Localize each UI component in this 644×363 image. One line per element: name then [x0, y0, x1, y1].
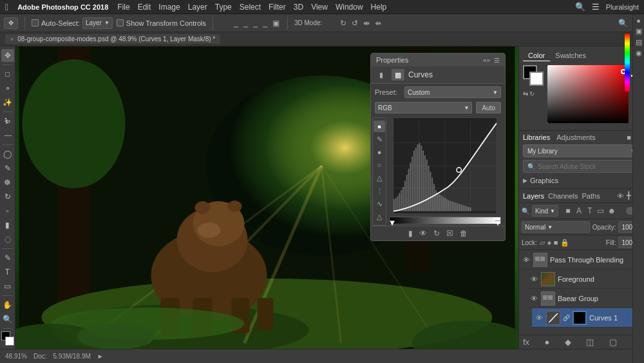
panel-expand-icon[interactable]: «» — [483, 57, 490, 64]
eyedropper-tool[interactable]: ⸻ — [1, 129, 14, 142]
paths-tab[interactable]: Paths — [582, 192, 600, 200]
panel-curves-icon[interactable]: ▩ — [392, 69, 404, 81]
smart-filter-icon[interactable]: ☻ — [607, 206, 616, 215]
preset-dropdown[interactable]: Custom ▼ — [404, 86, 501, 98]
adjustment-filter-icon[interactable]: A — [574, 206, 583, 215]
workspace-icon[interactable]: ☰ — [592, 2, 600, 12]
menu-file[interactable]: File — [117, 3, 129, 12]
document-tab[interactable]: × 08-group-composite-modes.psd @ 48.9% (… — [5, 34, 220, 44]
hue-saturation-picker[interactable] — [547, 65, 629, 123]
status-arrow-icon[interactable]: ► — [97, 353, 104, 360]
shape-tool[interactable]: ▭ — [1, 280, 14, 293]
library-search-input[interactable] — [538, 163, 636, 170]
layer-link-icon[interactable]: 🔗 — [563, 315, 570, 321]
pen-tool[interactable]: ✎ — [1, 251, 14, 264]
tab-close-icon[interactable]: × — [10, 36, 14, 43]
my-library-dropdown[interactable]: My Library ▼ — [523, 144, 640, 157]
align-right-icon[interactable]: ⎯ — [252, 17, 259, 29]
swatches-tab[interactable]: Swatches — [550, 50, 591, 61]
menu-image[interactable]: Image — [158, 3, 180, 12]
curves-sample-shadow[interactable]: ● — [374, 146, 385, 158]
3d-roll-icon[interactable]: ↺ — [350, 17, 359, 29]
menu-help[interactable]: Help — [371, 3, 387, 12]
curves-smooth[interactable]: ∿ — [374, 198, 385, 210]
layer-item[interactable]: 👁 Baear Group — [527, 289, 644, 308]
panel-icon-reset[interactable]: ↻ — [433, 229, 440, 238]
adjustments-tab[interactable]: Adjustments — [556, 133, 596, 142]
right-bar-icon1[interactable]: ● — [636, 17, 641, 25]
gradient-right-handle[interactable] — [495, 221, 500, 226]
libraries-tab[interactable]: Libraries — [523, 133, 550, 142]
reset-colors-icon[interactable]: ↻ — [529, 90, 535, 97]
3d-rotate-icon[interactable]: ↻ — [339, 17, 348, 29]
channel-dropdown[interactable]: RGB ▼ — [375, 102, 472, 113]
layer-visibility-icon[interactable]: 👁 — [617, 192, 624, 200]
hand-tool[interactable]: ✋ — [1, 299, 14, 311]
shape-filter-icon[interactable]: ▭ — [596, 206, 605, 215]
panel-icon-eye[interactable]: 👁 — [419, 229, 427, 238]
layer-visibility-eye[interactable]: 👁 — [522, 256, 531, 264]
blend-mode-dropdown[interactable]: Normal ▼ — [522, 221, 590, 233]
add-style-icon[interactable]: fx — [523, 337, 529, 347]
adjustment-layer-icon[interactable]: ◆ — [565, 337, 571, 347]
heal-tool[interactable]: ◯ — [1, 148, 14, 161]
color-spectrum-bar[interactable] — [625, 34, 630, 92]
magic-wand-tool[interactable]: ✨ — [1, 96, 14, 109]
align-center-icon[interactable]: ⎯ — [242, 17, 249, 29]
color-tab[interactable]: Color — [523, 50, 550, 61]
kind-filter-dropdown[interactable]: Kind ▼ — [532, 205, 558, 217]
graphics-section[interactable]: ▶ Graphics — [523, 175, 640, 186]
lib-grid-icon[interactable]: ■ — [627, 133, 631, 142]
transform-check[interactable]: Show Transform Controls — [117, 19, 206, 27]
right-bar-icon2[interactable]: ▣ — [636, 27, 642, 35]
right-bar-icon3[interactable]: ▤ — [636, 38, 642, 46]
menu-type[interactable]: Type — [215, 3, 232, 12]
menu-filter[interactable]: Filter — [269, 3, 286, 12]
panel-icon-trash[interactable]: 🗑 — [460, 229, 468, 238]
marquee-tool[interactable]: □ — [1, 68, 14, 81]
gradient-tool[interactable]: ▮ — [1, 219, 14, 231]
color-picker-tool[interactable] — [1, 331, 14, 346]
layer-visibility-eye[interactable]: 👁 — [535, 314, 544, 322]
auto-select-check[interactable]: Auto-Select: Layer ▼ — [32, 17, 113, 29]
menu-view[interactable]: View — [311, 3, 328, 12]
clone-tool[interactable]: ☸ — [1, 176, 14, 189]
curves-graph[interactable] — [393, 117, 497, 214]
lock-position-icon[interactable]: ♠ — [547, 239, 551, 247]
menu-select[interactable]: Select — [240, 3, 261, 12]
add-group-icon[interactable]: ◫ — [586, 337, 594, 347]
panel-mask-icon[interactable]: ▮ — [375, 69, 388, 81]
auto-button[interactable]: Auto — [476, 102, 501, 113]
swap-colors-icon[interactable]: ⇆ — [523, 90, 528, 97]
eraser-tool[interactable]: ▫ — [1, 204, 14, 217]
pixel-filter-icon[interactable]: ■ — [564, 206, 573, 215]
layer-visibility-eye[interactable]: 👁 — [529, 295, 538, 302]
layer-add-icon[interactable]: ╋ — [627, 191, 631, 200]
add-layer-icon[interactable]: ▢ — [609, 337, 617, 347]
distribute-icon[interactable]: ⎯ — [261, 17, 269, 29]
lock-pixels-icon[interactable]: ▱ — [540, 239, 545, 247]
menu-window[interactable]: Window — [336, 3, 363, 12]
search-icon[interactable]: 🔍 — [575, 2, 585, 12]
zoom-tool[interactable]: 🔍 — [1, 313, 14, 326]
layer-item[interactable]: 👁 Foreground — [527, 270, 644, 289]
layers-tab[interactable]: Layers — [523, 192, 544, 200]
move-tool-btn[interactable]: ✥ — [4, 17, 18, 29]
gradient-left-handle[interactable] — [390, 221, 395, 226]
lock-artboard-icon[interactable]: ■ — [554, 239, 558, 247]
text-filter-icon[interactable]: T — [585, 206, 594, 215]
curves-show-clipping[interactable]: △ — [374, 211, 385, 222]
panel-menu-icon[interactable]: ☰ — [494, 57, 500, 64]
add-mask-icon[interactable]: ● — [545, 337, 550, 347]
3d-slide-icon[interactable]: ⇻ — [374, 17, 383, 29]
curves-sample-midtone[interactable]: ○ — [374, 159, 385, 171]
right-bar-icon4[interactable]: ◉ — [636, 49, 642, 57]
align-left-icon[interactable]: ⎯ — [232, 17, 240, 29]
curves-select-tool[interactable]: ● — [374, 121, 385, 132]
apple-menu[interactable]:  — [5, 2, 8, 12]
menu-edit[interactable]: Edit — [138, 3, 151, 12]
background-color[interactable] — [5, 337, 14, 346]
layer-item[interactable]: 👁 🔗 Curves 1 — [532, 308, 644, 328]
dodge-tool[interactable]: ◌ — [1, 233, 14, 246]
lock-all-icon[interactable]: 🔒 — [560, 239, 569, 247]
